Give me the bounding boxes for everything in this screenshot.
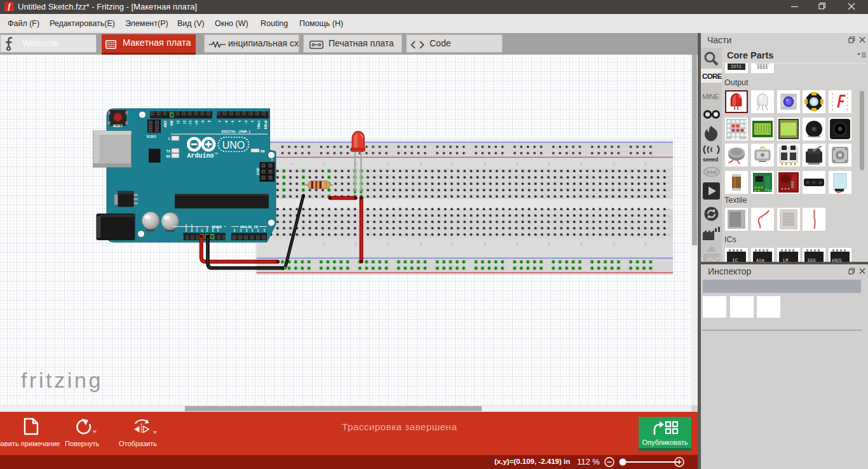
svg-text:12: 12 bbox=[183, 120, 186, 124]
svg-text:30: 30 bbox=[451, 162, 454, 167]
svg-text:A1: A1 bbox=[239, 228, 242, 232]
svg-text:L: L bbox=[168, 137, 170, 141]
svg-text:fio: fio bbox=[765, 188, 772, 193]
svg-text:intel: intel bbox=[706, 169, 717, 175]
svg-text:45: 45 bbox=[547, 242, 551, 247]
svg-text:8: 8 bbox=[208, 120, 211, 122]
svg-text:TM: TM bbox=[214, 152, 218, 155]
svg-text:h: h bbox=[667, 183, 671, 185]
svg-text:55: 55 bbox=[612, 162, 616, 167]
svg-text:IOREF: IOREF bbox=[184, 224, 187, 232]
svg-text:40: 40 bbox=[515, 162, 519, 167]
svg-text:2: 2 bbox=[251, 120, 254, 122]
svg-text:TX: TX bbox=[166, 150, 171, 154]
svg-text:50: 50 bbox=[580, 242, 583, 247]
svg-text:GND: GND bbox=[170, 120, 173, 126]
svg-text:ICSP2: ICSP2 bbox=[146, 135, 156, 139]
svg-text:15: 15 bbox=[354, 242, 358, 247]
svg-text:~11: ~11 bbox=[189, 120, 192, 126]
svg-text:30: 30 bbox=[451, 242, 454, 247]
svg-text:RESET: RESET bbox=[113, 125, 123, 128]
svg-text:5V: 5V bbox=[200, 228, 203, 232]
svg-text:~9: ~9 bbox=[201, 120, 205, 124]
svg-text:~10: ~10 bbox=[195, 120, 198, 126]
svg-text:35: 35 bbox=[483, 242, 487, 247]
svg-text:40: 40 bbox=[515, 242, 519, 247]
svg-text:~3: ~3 bbox=[245, 120, 248, 124]
svg-text:d: d bbox=[667, 215, 671, 217]
svg-text:10: 10 bbox=[322, 242, 326, 247]
svg-text:seeed: seeed bbox=[703, 156, 718, 163]
svg-text:Arduino: Arduino bbox=[187, 153, 214, 160]
svg-text:GND: GND bbox=[205, 227, 208, 232]
svg-text:e: e bbox=[667, 208, 671, 210]
svg-text:10: 10 bbox=[322, 162, 326, 167]
svg-text:20: 20 bbox=[386, 162, 390, 167]
svg-text:RX: RX bbox=[166, 155, 171, 159]
svg-text:IC: IC bbox=[732, 257, 738, 262]
svg-text:7: 7 bbox=[219, 120, 222, 122]
svg-text:RXD◄0: RXD◄0 bbox=[264, 120, 268, 129]
svg-text:ON: ON bbox=[261, 150, 264, 154]
svg-text:j: j bbox=[667, 170, 671, 171]
svg-text:50: 50 bbox=[580, 162, 583, 167]
svg-text:RESET: RESET bbox=[190, 224, 193, 232]
svg-text:IDT2: IDT2 bbox=[731, 64, 742, 69]
svg-text:~5: ~5 bbox=[231, 120, 234, 124]
svg-text:a: a bbox=[667, 234, 671, 236]
svg-text:g: g bbox=[667, 189, 671, 191]
svg-text:45: 45 bbox=[547, 162, 551, 167]
svg-text:13: 13 bbox=[177, 120, 180, 124]
svg-text:DIGITAL (PWM~): DIGITAL (PWM~) bbox=[222, 130, 250, 134]
svg-text:~6: ~6 bbox=[225, 120, 228, 124]
svg-text:20: 20 bbox=[386, 242, 390, 247]
svg-text:60: 60 bbox=[644, 242, 648, 247]
svg-text:35: 35 bbox=[483, 162, 487, 167]
svg-text:GND: GND bbox=[211, 227, 214, 232]
svg-text:A2: A2 bbox=[245, 228, 248, 232]
svg-text:UNO: UNO bbox=[222, 140, 245, 151]
svg-text:ANALOG IN: ANALOG IN bbox=[240, 226, 257, 229]
svg-text:TXD►1: TXD►1 bbox=[257, 120, 261, 129]
svg-text:A4: A4 bbox=[256, 228, 259, 232]
svg-text:25: 25 bbox=[419, 242, 423, 247]
svg-text:b: b bbox=[667, 228, 671, 229]
svg-text:60: 60 bbox=[644, 162, 648, 167]
svg-text:25: 25 bbox=[419, 162, 423, 167]
svg-text:VIN: VIN bbox=[216, 227, 219, 232]
svg-text:A0: A0 bbox=[233, 228, 236, 232]
svg-text:A3: A3 bbox=[250, 228, 254, 232]
svg-text:i: i bbox=[667, 177, 671, 177]
svg-text:888: 888 bbox=[790, 181, 794, 188]
svg-text:3V3: 3V3 bbox=[195, 227, 198, 232]
svg-text:55: 55 bbox=[612, 242, 616, 247]
svg-text:A5: A5 bbox=[262, 228, 266, 232]
svg-text:4: 4 bbox=[238, 120, 241, 122]
svg-text:ICSP: ICSP bbox=[257, 168, 261, 175]
svg-text:AREF: AREF bbox=[164, 120, 167, 127]
